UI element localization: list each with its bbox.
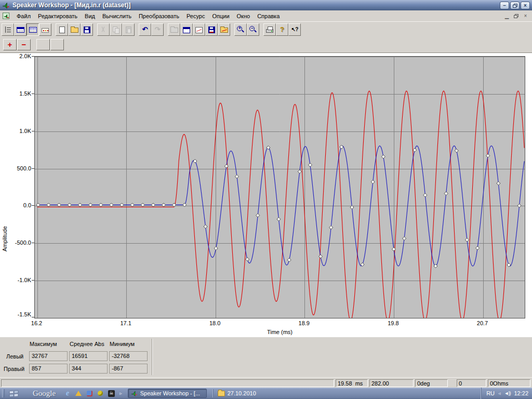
quicklaunch-ghost[interactable]: ☠ (108, 390, 115, 397)
blank-1-button[interactable] (36, 39, 50, 50)
stat-left-max-field[interactable]: 32767 (29, 351, 68, 361)
menu-item-3[interactable]: Вычислить (99, 11, 135, 21)
toolbar-separator (259, 23, 263, 36)
chart-view-button[interactable] (193, 23, 205, 36)
quicklaunch-delphi[interactable] (75, 390, 82, 397)
copy-button[interactable] (110, 23, 122, 36)
volume-icon[interactable]: ◄)) (504, 391, 511, 396)
tree-icon (4, 25, 12, 34)
google-toolbar-label[interactable]: Google (33, 389, 56, 398)
language-indicator[interactable]: RU (486, 390, 495, 396)
import-button[interactable] (168, 23, 180, 36)
document-icon[interactable] (3, 12, 10, 19)
menu-item-6[interactable]: Опции (208, 11, 233, 21)
context-help-button[interactable]: ↖? (288, 23, 301, 36)
redo-button[interactable]: ↷ (151, 23, 164, 36)
save-chart-button[interactable] (205, 23, 218, 36)
menu-item-7[interactable]: Окно (233, 11, 254, 21)
cut-button[interactable] (97, 23, 110, 36)
zoom-in-button[interactable]: + (234, 23, 247, 36)
mdi-close-button[interactable]: × (521, 12, 530, 20)
taskbar-grip (2, 389, 5, 397)
view-dataset-values-button[interactable] (14, 23, 26, 36)
app-logo-icon (2, 2, 10, 9)
quicklaunch-internet-explorer[interactable]: e (64, 390, 71, 397)
folder-icon (71, 28, 78, 33)
print-icon (266, 29, 273, 33)
help-button[interactable]: ? (276, 23, 288, 36)
x-axis-title: Time (ms) (34, 329, 525, 335)
clock[interactable]: 12:22 (514, 390, 528, 396)
restore-button[interactable] (510, 2, 520, 9)
quick-launch-expand-icon[interactable]: ▹ (119, 391, 122, 396)
toolbar-separator (51, 23, 56, 36)
stats-row-right-label: Правый (4, 366, 26, 372)
messenger-icon (87, 391, 92, 396)
menu-bar: ФайлРедактироватьВидВычислитьПреобразова… (0, 10, 532, 21)
menu-item-5[interactable]: Ресурс (183, 11, 208, 21)
view-outline-button[interactable] (2, 23, 14, 36)
stats-col-minimum: Минимум (110, 341, 135, 347)
paste-button[interactable] (122, 23, 135, 36)
mdi-restore-icon (514, 14, 518, 18)
status-phase: 0deg (415, 379, 448, 387)
view-dataset-compact-button[interactable] (39, 23, 51, 36)
print-button[interactable] (263, 23, 276, 36)
start-button[interactable] (9, 390, 19, 397)
x-tick-label: 16.2 (25, 320, 48, 326)
taskbar-date-toolbar[interactable]: 27.10.2010 (213, 389, 256, 397)
menu-item-4[interactable]: Преобразовать (135, 11, 183, 21)
stat-right-max-field[interactable]: 857 (29, 364, 68, 374)
help-icon: ? (278, 25, 286, 34)
y-tick-label: 0.0 (0, 202, 31, 208)
quicklaunch-messenger[interactable] (86, 390, 93, 397)
waveform-plot[interactable] (34, 56, 525, 318)
y-tick-mark (32, 317, 34, 317)
minimize-button[interactable]: – (500, 2, 509, 9)
mdi-restore-button[interactable] (512, 12, 521, 20)
view-dataset-grid-button[interactable] (26, 23, 39, 36)
open-file-button[interactable] (68, 23, 81, 36)
mdi-minimize-button[interactable]: ▁ (502, 12, 511, 20)
undo-icon: ↶ (141, 25, 149, 34)
taskbar-app-button[interactable]: Speaker Workshop - [... (128, 389, 207, 398)
close-button[interactable]: × (521, 2, 530, 9)
y-tick-label: -1.5K (0, 311, 31, 317)
taskbar-app-label: Speaker Workshop - [... (140, 390, 200, 396)
menu-item-0[interactable]: Файл (13, 11, 34, 21)
new-file-button[interactable] (56, 23, 68, 36)
ctx-help-icon: ↖? (290, 25, 299, 34)
add-marker-button[interactable]: + (3, 39, 17, 50)
stat-right-mean-field[interactable]: 344 (69, 364, 108, 374)
tray-collapse-icon[interactable]: ◃ (498, 391, 501, 396)
window-title: Speaker Workshop - [Мид.in.r (dataset)] (12, 2, 130, 9)
zoom-out-button[interactable]: − (247, 23, 259, 36)
undo-button[interactable]: ↶ (139, 23, 151, 36)
menu-item-8[interactable]: Справка (254, 11, 283, 21)
toolbar-separator (230, 23, 234, 36)
export-chart-button[interactable] (218, 23, 230, 36)
zin-icon: + (236, 25, 245, 34)
taskbar: Google e☠ ▹ Speaker Workshop - [... 27.1… (0, 388, 532, 399)
floppy-icon (84, 26, 90, 33)
stats-row-left-label: Левый (6, 353, 29, 360)
statistics-panel: Максимум Среднее Abs Минимум Левый Правы… (0, 337, 532, 377)
y-tick-mark (32, 280, 34, 281)
stat-right-min-field[interactable]: -867 (109, 364, 148, 374)
remove-marker-button[interactable]: − (17, 39, 31, 50)
status-cursor-time: 19.58 ms (336, 379, 368, 387)
save-file-button[interactable] (81, 23, 93, 36)
folder-gray-icon (170, 28, 178, 33)
waveform-canvas[interactable] (35, 57, 525, 318)
quicklaunch-icq[interactable] (97, 390, 104, 397)
stats-col-mean-abs: Среднее Abs (70, 341, 104, 347)
blank-2-button[interactable] (50, 39, 64, 50)
stat-left-min-field[interactable]: -32768 (109, 351, 148, 361)
ds3-icon (42, 28, 49, 33)
toolbar-separator (135, 23, 139, 36)
y-tick-mark (32, 205, 34, 206)
properties-button[interactable] (180, 23, 193, 36)
menu-item-2[interactable]: Вид (81, 11, 99, 21)
menu-item-1[interactable]: Редактировать (34, 11, 81, 21)
stat-left-mean-field[interactable]: 16591 (69, 351, 108, 361)
